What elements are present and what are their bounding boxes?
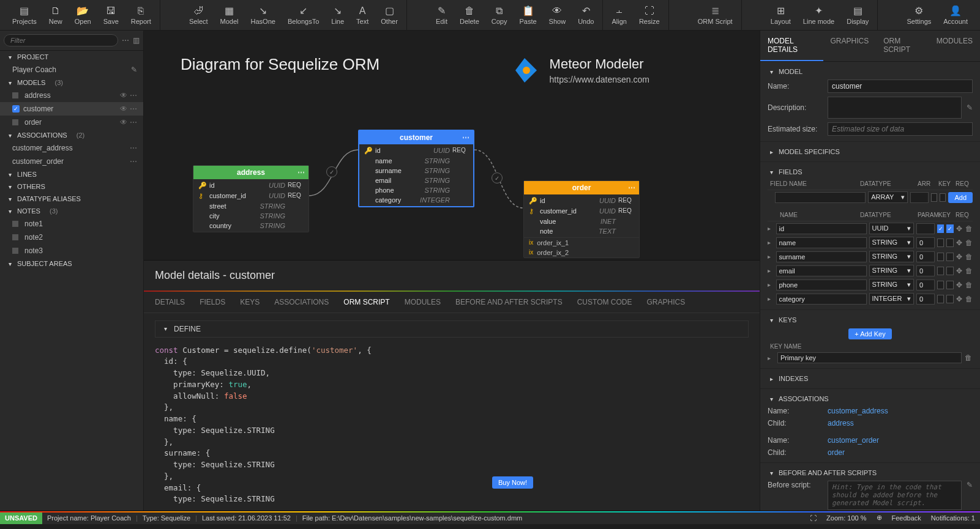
key-name-input[interactable] — [777, 352, 962, 363]
field-key-checkbox[interactable] — [937, 253, 944, 261]
chevron-right-icon[interactable]: ▸ — [768, 281, 774, 288]
field-name-input[interactable] — [776, 265, 867, 276]
field-param-input[interactable] — [916, 251, 935, 262]
field-key-checkbox[interactable] — [937, 295, 944, 303]
move-icon[interactable]: ✥ — [956, 224, 963, 233]
feedback-button[interactable]: Feedback — [887, 514, 926, 522]
resize-button[interactable]: ⛶Resize — [633, 0, 666, 30]
linemode-button[interactable]: ✦Line mode — [797, 0, 840, 30]
entity-column[interactable]: 🔑idUUIDREQ — [359, 146, 473, 156]
entity-menu-icon[interactable]: ⋯ — [628, 183, 635, 192]
diagram-canvas[interactable]: Diagram for Sequelize ORM Meteor Modeler… — [144, 31, 760, 511]
detail-tab[interactable]: FIELDS — [200, 298, 225, 306]
delete-icon[interactable]: 🗑 — [965, 295, 973, 303]
right-panel-tab[interactable]: MODULES — [929, 31, 980, 61]
detail-tab[interactable]: GRAPHICS — [646, 298, 685, 306]
entity-column[interactable]: nameSTRING — [359, 156, 473, 166]
delete-icon[interactable]: 🗑 — [964, 353, 973, 362]
belongsto-tool[interactable]: ↙BelongsTo — [282, 0, 325, 30]
open-button[interactable]: 📂Open — [69, 0, 97, 30]
settings-button[interactable]: ⚙Settings — [901, 0, 938, 30]
new-field-key[interactable] — [931, 193, 937, 202]
desc-input[interactable] — [828, 97, 962, 119]
entity-column[interactable]: phoneSTRING — [359, 185, 473, 195]
entity-menu-icon[interactable]: ⋯ — [462, 133, 469, 142]
section-fields[interactable]: ▾FIELDS — [768, 166, 973, 178]
field-type-select[interactable]: STRING▾ — [869, 279, 914, 290]
edit-icon[interactable]: ✎ — [131, 65, 137, 74]
eye-icon[interactable]: 👁 — [120, 91, 127, 100]
new-field-name[interactable] — [775, 192, 866, 203]
entity-index[interactable]: ixorder_ix_2 — [524, 248, 639, 257]
field-name-input[interactable] — [776, 223, 867, 234]
field-key-checkbox[interactable] — [937, 224, 944, 233]
model-item-address[interactable]: address👁⋯ — [0, 89, 143, 102]
field-req-checkbox[interactable] — [946, 224, 954, 233]
delete-icon[interactable]: 🗑 — [965, 253, 973, 261]
display-button[interactable]: ▤Display — [840, 0, 875, 30]
field-type-select[interactable]: STRING▾ — [869, 237, 914, 248]
assoc-link[interactable]: customer_order — [828, 436, 879, 445]
entity-column[interactable]: surnameSTRING — [359, 166, 473, 176]
field-type-select[interactable]: STRING▾ — [869, 265, 914, 276]
connection-node[interactable]: ✓ — [492, 172, 503, 183]
move-icon[interactable]: ✥ — [956, 267, 963, 275]
add-key-button[interactable]: + Add Key — [848, 328, 891, 339]
model-item-customer[interactable]: ✓customer👁⋯ — [0, 102, 143, 116]
new-field-type[interactable]: ARRAY▾ — [868, 191, 908, 203]
model-item-order[interactable]: order👁⋯ — [0, 116, 143, 129]
field-param-input[interactable] — [916, 237, 935, 248]
new-field-req[interactable] — [940, 193, 946, 202]
move-icon[interactable]: ✥ — [956, 295, 963, 303]
assoc-link[interactable]: order — [828, 448, 845, 457]
entity-index[interactable]: ixorder_ix_1 — [524, 238, 639, 248]
key-row[interactable]: ▸ 🗑 — [768, 351, 973, 364]
delete-icon[interactable]: 🗑 — [965, 224, 973, 233]
entity-column[interactable]: 🔑idUUIDREQ — [193, 180, 309, 191]
hasone-tool[interactable]: ↘HasOne — [245, 0, 282, 30]
section-others[interactable]: ▾OTHERS — [0, 180, 143, 193]
line-tool[interactable]: ↘Line — [325, 0, 350, 30]
entity-column[interactable]: noteTEXT — [524, 226, 639, 236]
copy-button[interactable]: ⧉Copy — [485, 0, 514, 30]
assoc-item-2[interactable]: customer_order⋯ — [0, 155, 143, 168]
section-notes[interactable]: ▾NOTES (3) — [0, 205, 143, 217]
layout-button[interactable]: ⊞Layout — [765, 0, 797, 30]
field-key-checkbox[interactable] — [937, 239, 944, 247]
model-tool[interactable]: ▦Model — [214, 0, 245, 30]
more-icon[interactable]: ⋯ — [130, 91, 137, 100]
chevron-right-icon[interactable]: ▸ — [768, 253, 774, 260]
add-field-button[interactable]: Add — [948, 192, 973, 203]
save-button[interactable]: 🖫Save — [97, 0, 125, 30]
more-icon[interactable]: ⋯ — [130, 118, 137, 127]
new-field-arr[interactable] — [910, 192, 929, 203]
assoc-link[interactable]: address — [828, 419, 854, 427]
detail-tab[interactable]: KEYS — [240, 298, 260, 306]
note-item-1[interactable]: note1 — [0, 217, 143, 231]
paste-button[interactable]: 📋Paste — [513, 0, 542, 30]
undo-button[interactable]: ↶Undo — [572, 0, 600, 30]
entity-customer[interactable]: customer⋯ 🔑idUUIDREQnameSTRINGsurnameSTR… — [358, 130, 474, 207]
field-req-checkbox[interactable] — [946, 267, 954, 275]
move-icon[interactable]: ✥ — [956, 281, 963, 289]
orm-script-button[interactable]: ≣ORM Script — [692, 0, 739, 30]
more-icon[interactable]: ⋯ — [130, 105, 137, 113]
note-item-2[interactable]: note2 — [0, 231, 143, 244]
entity-column[interactable]: ⚷customer_idUUIDREQ — [524, 206, 639, 216]
edit-button[interactable]: ✎Edit — [430, 0, 454, 30]
move-icon[interactable]: ✥ — [956, 239, 963, 247]
entity-column[interactable]: countrySTRING — [193, 221, 309, 231]
entity-column[interactable]: emailSTRING — [359, 176, 473, 185]
field-type-select[interactable]: UUID▾ — [869, 223, 914, 234]
field-req-checkbox[interactable] — [946, 253, 954, 261]
other-tool[interactable]: ▢Other — [375, 0, 404, 30]
field-req-checkbox[interactable] — [946, 281, 954, 289]
detail-tab[interactable]: ASSOCIATIONS — [274, 298, 329, 306]
entity-column[interactable]: categoryINTEGER — [359, 195, 473, 205]
entity-address[interactable]: address⋯ 🔑idUUIDREQ⚷customer_idUUIDREQst… — [193, 165, 309, 232]
section-indexes[interactable]: ▸INDEXES — [768, 372, 973, 385]
section-models[interactable]: ▾MODELS (3) — [0, 76, 143, 89]
field-name-input[interactable] — [776, 279, 867, 290]
section-associations[interactable]: ▾ASSOCIATIONS (2) — [0, 129, 143, 141]
field-req-checkbox[interactable] — [946, 295, 954, 303]
